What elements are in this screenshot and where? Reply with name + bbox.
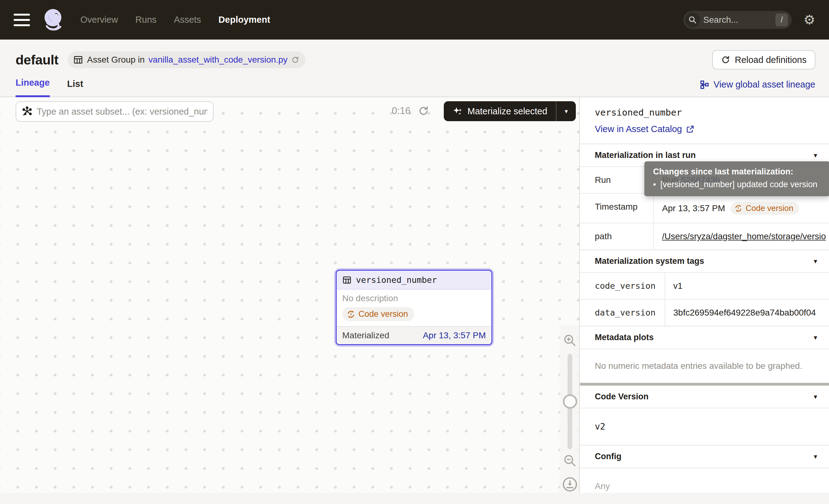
catalog-link-label: View in Asset Catalog <box>595 124 682 134</box>
path-row-label: path <box>580 223 654 250</box>
sync-alert-icon: ! <box>347 310 355 319</box>
sidebar-asset-title: versioned_number <box>595 107 815 118</box>
dagster-logo[interactable] <box>41 7 65 33</box>
code-version-tag-row: code_version v1 <box>580 272 829 299</box>
view-in-asset-catalog-link[interactable]: View in Asset Catalog <box>595 124 815 134</box>
reload-definitions-label: Reload definitions <box>735 55 806 65</box>
node-status-label: Materialized <box>342 330 389 340</box>
section-config[interactable]: Config ▾ <box>580 445 829 468</box>
timestamp-value: Apr 13, 3:57 PM <box>662 204 725 213</box>
asset-group-chip[interactable]: Asset Group in vanilla_asset_with_code_v… <box>68 51 305 68</box>
section-header-label: Materialization system tags <box>595 256 704 266</box>
section-code-version[interactable]: Code Version ▾ <box>580 386 829 408</box>
asset-node-versioned-number[interactable]: versioned_number No description ! Code v… <box>334 268 494 347</box>
external-link-icon <box>686 125 694 134</box>
timestamp-row-label: Timestamp <box>580 194 654 223</box>
collapse-caret-icon[interactable]: ▾ <box>814 393 817 401</box>
table-icon <box>73 55 83 65</box>
materialize-dropdown-caret[interactable]: ▾ <box>556 101 576 121</box>
zoom-in-button[interactable] <box>563 333 577 348</box>
changes-tooltip: Changes since last materialization: • [v… <box>644 161 829 196</box>
global-lineage-label: View global asset lineage <box>714 79 815 90</box>
tab-list[interactable]: List <box>67 79 83 97</box>
tag-value: 3bfc269594ef649228e9a74bab00f04 <box>665 300 829 326</box>
code-file-link[interactable]: vanilla_asset_with_code_version.py <box>149 55 288 65</box>
search-input[interactable] <box>700 15 776 25</box>
data-version-tag-row: data_version 3bfc269594ef649228e9a74bab0… <box>580 299 829 326</box>
zoom-out-button[interactable] <box>563 454 577 468</box>
tab-lineage[interactable]: Lineage <box>15 78 50 97</box>
view-global-asset-lineage-link[interactable]: View global asset lineage <box>700 79 815 97</box>
metadata-plots-empty-message: No numeric metadata entries available to… <box>580 349 829 383</box>
svg-text:!: ! <box>350 312 352 317</box>
config-value: Any <box>580 468 829 493</box>
zoom-slider-handle[interactable] <box>563 394 577 409</box>
run-row-label: Run <box>580 167 654 193</box>
page-title: default <box>15 52 58 68</box>
path-value-link[interactable]: /Users/sryza/dagster_home/storage/versio <box>662 231 826 242</box>
nav-links: Overview Runs Assets Deployment <box>80 15 270 25</box>
tag-key: code_version <box>580 273 665 299</box>
section-system-tags[interactable]: Materialization system tags ▾ <box>580 250 829 272</box>
section-header-label: Metadata plots <box>595 333 654 342</box>
graph-refresh-icon[interactable] <box>418 105 429 116</box>
zoom-toolbar <box>560 325 579 493</box>
code-version-changed-badge[interactable]: ! Code version <box>342 307 414 321</box>
code-version-value: v2 <box>580 408 829 445</box>
search-icon <box>685 12 700 27</box>
tag-key: data_version <box>580 300 665 326</box>
section-header-label: Config <box>595 452 621 461</box>
nav-link-runs[interactable]: Runs <box>136 15 157 25</box>
svg-text:!: ! <box>738 206 739 211</box>
refresh-icon[interactable] <box>291 56 299 64</box>
timestamp-row: Timestamp Apr 13, 3:57 PM ! Code version <box>580 193 829 223</box>
code-version-changed-badge[interactable]: ! Code version <box>731 202 799 215</box>
reload-icon <box>721 55 730 65</box>
asset-node-description: No description <box>342 293 486 303</box>
nav-link-assets[interactable]: Assets <box>174 15 201 25</box>
hamburger-menu-icon[interactable] <box>14 14 30 26</box>
asset-node-title: versioned_number <box>356 275 437 285</box>
path-row: path /Users/sryza/dagster_home/storage/v… <box>580 223 829 250</box>
sync-alert-icon: ! <box>734 204 743 212</box>
bullet: • <box>653 180 656 189</box>
tag-value: v1 <box>665 273 829 299</box>
timestamp-badge-label: Code version <box>746 204 793 213</box>
asset-details-sidebar: versioned_number View in Asset Catalog M… <box>579 97 829 493</box>
global-search[interactable]: / <box>683 11 792 29</box>
nav-link-deployment[interactable]: Deployment <box>219 15 270 25</box>
group-chip-prefix: Asset Group in <box>87 55 144 65</box>
lineage-graph-icon <box>700 80 709 89</box>
asset-node-header[interactable]: versioned_number <box>337 271 492 290</box>
section-header-label: Materialization in last run <box>595 150 696 160</box>
settings-gear-icon[interactable]: ⚙ <box>803 13 815 27</box>
download-graph-button[interactable] <box>562 477 578 492</box>
collapse-caret-icon[interactable]: ▾ <box>814 334 817 342</box>
collapse-caret-icon[interactable]: ▾ <box>814 453 817 461</box>
panel-resize-handle[interactable] <box>580 383 829 386</box>
code-version-badge-label: Code version <box>358 309 408 319</box>
asset-subset-input[interactable] <box>37 107 207 117</box>
tabs-row: Lineage List View global asset lineage <box>0 69 829 97</box>
refresh-timer: 0:16 <box>392 105 410 116</box>
page-header: default Asset Group in vanilla_asset_wit… <box>0 40 829 69</box>
tooltip-change-item: [versioned_number] updated code version <box>660 180 817 189</box>
zoom-slider[interactable] <box>568 354 572 449</box>
sparkle-icon <box>453 106 463 116</box>
nav-link-overview[interactable]: Overview <box>80 15 118 25</box>
materialize-selected-button[interactable]: Materialize selected ▾ <box>444 101 576 121</box>
section-header-label: Code Version <box>595 392 649 401</box>
op-selector-icon <box>22 106 32 117</box>
materialize-label: Materialize selected <box>467 106 547 116</box>
table-icon <box>342 275 352 285</box>
asset-subset-filter[interactable] <box>15 101 214 122</box>
tooltip-title: Changes since last materialization: <box>653 167 821 177</box>
asset-graph-canvas[interactable]: 0:16 Materialize selected ▾ versioned_ <box>0 97 579 493</box>
node-status-time[interactable]: Apr 13, 3:57 PM <box>423 330 486 340</box>
collapse-caret-icon[interactable]: ▾ <box>814 151 817 159</box>
section-metadata-plots[interactable]: Metadata plots ▾ <box>580 326 829 349</box>
collapse-caret-icon[interactable]: ▾ <box>814 257 817 265</box>
search-shortcut-key: / <box>776 13 788 27</box>
top-nav: Overview Runs Assets Deployment / ⚙ <box>0 0 829 40</box>
reload-definitions-button[interactable]: Reload definitions <box>712 50 815 69</box>
